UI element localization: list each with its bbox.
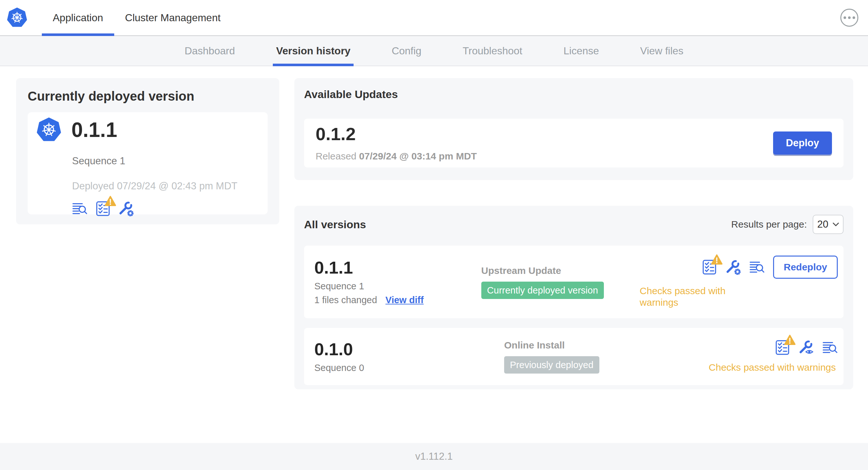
row-version-number: 0.1.0: [314, 340, 504, 359]
preflight-checks-warning-icon[interactable]: [702, 260, 717, 275]
released-timestamp: 07/29/24 @ 03:14 pm MDT: [359, 151, 477, 161]
version-rows: 0.1.1 Sequence 1 1 files changed View di…: [304, 246, 843, 385]
row-source-label: Online Install: [504, 339, 684, 351]
version-row-0-1-0: 0.1.0 Sequence 0 Online Install Previous…: [304, 328, 843, 385]
checks-status-text: Checks passed with warnings: [640, 285, 740, 308]
warning-triangle-icon: [711, 254, 722, 265]
edit-config-wrench-gear-icon[interactable]: [725, 260, 741, 275]
row-sequence: Sequence 0: [314, 362, 504, 373]
row-source-label: Upstream Update: [481, 265, 640, 276]
released-label: Released: [316, 151, 356, 161]
ellipsis-icon: [843, 16, 846, 19]
warning-triangle-icon: [104, 196, 116, 206]
results-per-page-value: 20: [817, 219, 828, 230]
subnav-version-history-label: Version history: [276, 45, 350, 57]
update-released-line: Released 07/29/24 @ 03:14 pm MDT: [316, 151, 477, 162]
admin-console-page: Application Cluster Management Dashboard…: [0, 0, 868, 470]
subnav-license-label: License: [563, 45, 599, 57]
tab-application[interactable]: Application: [42, 0, 114, 35]
subnav-config-label: Config: [392, 45, 422, 57]
deployed-version-number: 0.1.1: [71, 118, 117, 141]
edit-config-wrench-gear-icon[interactable]: [118, 201, 134, 216]
deployed-timestamp: Deployed 07/29/24 @ 02:43 pm MDT: [72, 180, 258, 192]
header-tabs: Application Cluster Management: [42, 0, 231, 35]
update-card: 0.1.2 Released 07/29/24 @ 03:14 pm MDT D…: [304, 119, 843, 167]
results-per-page-label: Results per page:: [731, 219, 807, 230]
previously-deployed-badge: Previously deployed: [504, 356, 599, 374]
deploy-button[interactable]: Deploy: [773, 132, 832, 155]
tab-cluster-management-label: Cluster Management: [125, 12, 221, 24]
deployed-sequence: Sequence 1: [72, 155, 258, 167]
diff-search-icon[interactable]: [72, 201, 88, 216]
diff-search-icon[interactable]: [749, 260, 765, 275]
kubernetes-app-icon: [37, 118, 61, 142]
available-updates-panel: Available Updates 0.1.2 Released 07/29/2…: [294, 78, 853, 180]
subnav-view-files-label: View files: [640, 45, 684, 57]
update-version-number: 0.1.2: [316, 125, 477, 144]
app-footer: v1.112.1: [0, 443, 868, 470]
preflight-checks-warning-icon[interactable]: [95, 201, 111, 216]
files-changed-label: 1 files changed: [314, 294, 377, 306]
warning-triangle-icon: [784, 335, 796, 345]
all-versions-title: All versions: [304, 218, 366, 231]
results-per-page-select[interactable]: 20: [813, 215, 843, 234]
redeploy-button[interactable]: Redeploy: [773, 256, 838, 279]
currently-deployed-badge: Currently deployed version: [481, 281, 604, 299]
chevron-down-icon: [833, 223, 839, 226]
currently-deployed-title: Currently deployed version: [28, 89, 268, 104]
currently-deployed-panel: Currently deployed version 0.1.1 Sequenc…: [16, 78, 279, 224]
subnav-tab-view-files[interactable]: View files: [620, 36, 704, 66]
row-sequence: Sequence 1: [314, 281, 481, 292]
subnav-tab-troubleshoot[interactable]: Troubleshoot: [442, 36, 543, 66]
preflight-checks-warning-icon[interactable]: [775, 340, 790, 355]
subnav-tab-dashboard[interactable]: Dashboard: [164, 36, 256, 66]
checks-status-text: Checks passed with warnings: [709, 362, 836, 373]
subnav-dashboard-label: Dashboard: [185, 45, 235, 57]
tab-cluster-management[interactable]: Cluster Management: [114, 0, 231, 35]
more-menu-button[interactable]: [840, 9, 858, 27]
subnav-troubleshoot-label: Troubleshoot: [463, 45, 523, 57]
kubernetes-logo-icon: [7, 7, 27, 28]
version-row-0-1-1: 0.1.1 Sequence 1 1 files changed View di…: [304, 246, 843, 318]
subnav-tab-license[interactable]: License: [543, 36, 619, 66]
subnav-tab-config[interactable]: Config: [371, 36, 442, 66]
view-diff-link[interactable]: View diff: [385, 294, 424, 306]
app-subnav: Dashboard Version history Config Trouble…: [0, 36, 868, 66]
console-version: v1.112.1: [415, 451, 453, 462]
results-per-page: Results per page: 20: [731, 215, 843, 234]
deployed-action-icons: [72, 201, 258, 216]
tab-application-label: Application: [53, 12, 103, 24]
row-version-number: 0.1.1: [314, 258, 481, 277]
main-content: Currently deployed version 0.1.1 Sequenc…: [0, 66, 868, 443]
view-config-wrench-eye-icon[interactable]: [799, 340, 814, 355]
app-header: Application Cluster Management: [0, 0, 868, 36]
diff-search-icon[interactable]: [822, 340, 838, 355]
available-updates-title: Available Updates: [304, 88, 843, 101]
deployed-version-card: 0.1.1 Sequence 1 Deployed 07/29/24 @ 02:…: [28, 112, 268, 214]
all-versions-panel: All versions Results per page: 20 0.1.1 …: [294, 206, 853, 389]
subnav-tab-version-history[interactable]: Version history: [255, 36, 371, 66]
